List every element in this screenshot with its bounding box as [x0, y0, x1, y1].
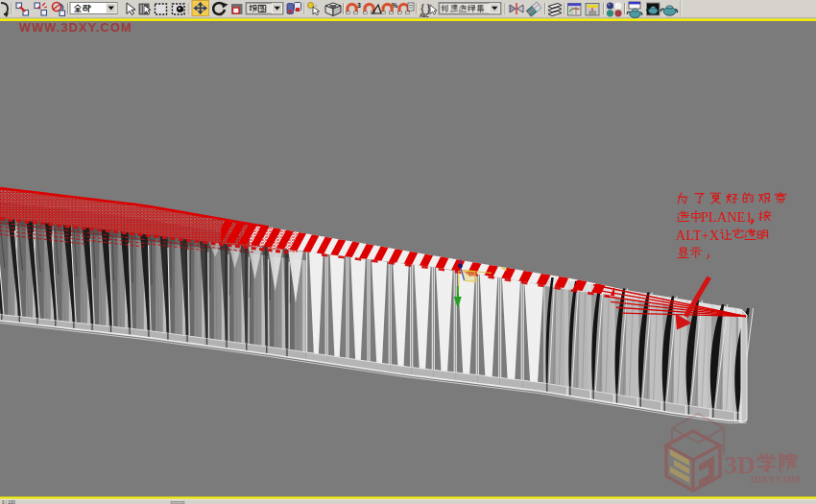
svg-text:3: 3 — [357, 2, 361, 9]
svg-text:%: % — [392, 2, 398, 9]
svg-text:WWW.3DXY.COM: WWW.3DXY.COM — [19, 20, 132, 35]
svg-text:3DXY.COM: 3DXY.COM — [750, 474, 801, 485]
svg-text:ALT+X: ALT+X — [676, 228, 720, 243]
svg-text:ABC: ABC — [420, 13, 429, 18]
svg-text:PLANE1: PLANE1 — [701, 209, 753, 225]
svg-text:0 / 100: 0 / 100 — [2, 500, 15, 504]
